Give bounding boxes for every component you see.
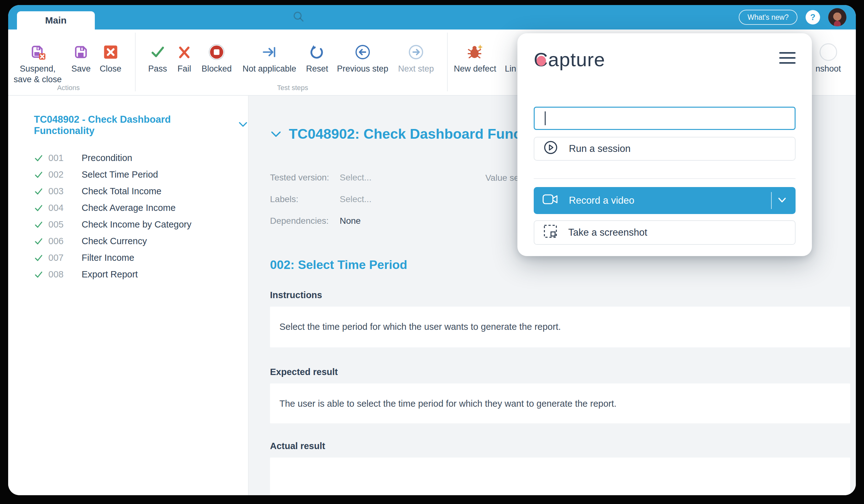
text-caret: [545, 111, 545, 125]
step-list: 001 Precondition 002 Select Time Period …: [34, 150, 248, 283]
save-button[interactable]: Save: [71, 43, 91, 74]
capture-logo: Capture: [534, 48, 605, 71]
tested-version-select[interactable]: Select...: [340, 173, 371, 183]
check-icon: [34, 170, 48, 180]
step-row-001[interactable]: 001 Precondition: [34, 150, 248, 166]
new-defect-bug-icon: [467, 43, 483, 61]
step-row-004[interactable]: 004 Check Average Income: [34, 200, 248, 216]
save-icon: [73, 43, 88, 61]
check-icon: [34, 187, 48, 196]
tab-main-label: Main: [45, 15, 67, 26]
instructions-label: Instructions: [270, 290, 851, 300]
step-section-heading: 002: Select Time Period: [270, 258, 851, 272]
hamburger-menu-icon[interactable]: [779, 48, 795, 64]
pass-button[interactable]: Pass: [148, 43, 167, 74]
header-right-cluster: What's new? ?: [739, 5, 847, 29]
next-step-icon: [408, 43, 424, 61]
check-icon: [34, 253, 48, 263]
record-video-button[interactable]: Record a video: [534, 187, 795, 214]
check-icon: [34, 237, 48, 246]
chevron-down-icon[interactable]: [270, 126, 282, 142]
capture-popup-header: Capture: [534, 48, 795, 70]
step-row-003[interactable]: 003 Check Total Income: [34, 183, 248, 200]
step-row-008[interactable]: 008 Export Report: [34, 266, 248, 283]
step-row-007[interactable]: 007 Filter Income: [34, 249, 248, 266]
tab-main[interactable]: Main: [17, 11, 95, 29]
dependencies-value: None: [340, 216, 361, 226]
step-row-005[interactable]: 005 Check Income by Category: [34, 216, 248, 233]
pass-icon: [150, 43, 166, 61]
suspend-save-close-button[interactable]: Suspend, save & close: [13, 43, 61, 85]
capture-note-input[interactable]: [534, 107, 795, 130]
run-session-button[interactable]: Run a session: [534, 137, 795, 161]
whats-new-button[interactable]: What's new?: [739, 10, 797, 25]
toolbar-group-label-actions: Actions: [57, 84, 80, 92]
capture-popup: Capture Run a session: [517, 33, 812, 256]
not-applicable-icon: [262, 43, 277, 61]
take-screenshot-button[interactable]: Take a screenshot: [534, 220, 795, 245]
close-button[interactable]: Close: [99, 43, 121, 74]
toolbar-separator: [447, 33, 448, 91]
popup-divider: [534, 178, 795, 179]
reset-button[interactable]: Reset: [306, 43, 328, 74]
previous-step-icon: [355, 43, 371, 61]
step-row-002[interactable]: 002 Select Time Period: [34, 166, 248, 183]
blocked-icon: [208, 43, 225, 61]
close-icon: [103, 43, 118, 61]
avatar[interactable]: [828, 8, 847, 26]
not-applicable-button[interactable]: Not applicable: [242, 43, 296, 74]
screenshot-button-partial[interactable]: nshoot: [815, 43, 841, 74]
suspend-save-close-icon: [29, 43, 46, 61]
check-icon: [34, 220, 48, 230]
fail-button[interactable]: Fail: [177, 43, 192, 74]
next-step-button[interactable]: Next step: [398, 43, 434, 74]
instructions-box: Select the time period for which the use…: [270, 307, 850, 347]
link-defect-button-partial[interactable]: Lin: [505, 43, 516, 74]
expected-result-box: The user is able to select the time peri…: [270, 383, 850, 423]
chevron-down-icon[interactable]: [777, 196, 788, 207]
expected-result-label: Expected result: [270, 367, 851, 377]
check-icon: [34, 270, 48, 279]
value-set-label: Value set: [485, 173, 521, 183]
check-icon: [34, 153, 48, 163]
test-steps-sidebar: TC048902 - Check Dashboard Functionality…: [8, 96, 249, 495]
actual-result-box[interactable]: [270, 457, 850, 495]
app-window: Main What's new? ? Actions Test steps: [8, 5, 856, 495]
test-case-title-label: TC048902 - Check Dashboard Functionality: [34, 114, 232, 136]
blocked-button[interactable]: Blocked: [202, 43, 232, 74]
actual-result-label: Actual result: [270, 441, 851, 451]
test-case-title[interactable]: TC048902 - Check Dashboard Functionality: [34, 114, 248, 136]
capture-logo-dot: [537, 56, 546, 66]
new-defect-button[interactable]: New defect: [454, 43, 496, 74]
step-row-006[interactable]: 006 Check Currency: [34, 233, 248, 249]
screenshot-ghost-icon: [819, 43, 837, 61]
fail-icon: [177, 43, 192, 61]
record-split-divider: [771, 192, 772, 209]
search-icon[interactable]: [292, 10, 306, 24]
previous-step-button[interactable]: Previous step: [337, 43, 388, 74]
chevron-down-icon[interactable]: [238, 120, 248, 131]
video-camera-icon: [542, 193, 558, 208]
top-header-bar: Main What's new? ?: [8, 5, 856, 29]
toolbar-separator: [135, 33, 136, 91]
play-circle-icon: [543, 140, 558, 158]
screenshot-icon: [543, 224, 557, 241]
help-icon[interactable]: ?: [806, 10, 820, 24]
check-icon: [34, 204, 48, 213]
toolbar-group-label-test-steps: Test steps: [277, 84, 308, 92]
labels-select[interactable]: Select...: [340, 194, 371, 204]
reset-icon: [310, 43, 325, 61]
whats-new-label: What's new?: [747, 13, 789, 22]
